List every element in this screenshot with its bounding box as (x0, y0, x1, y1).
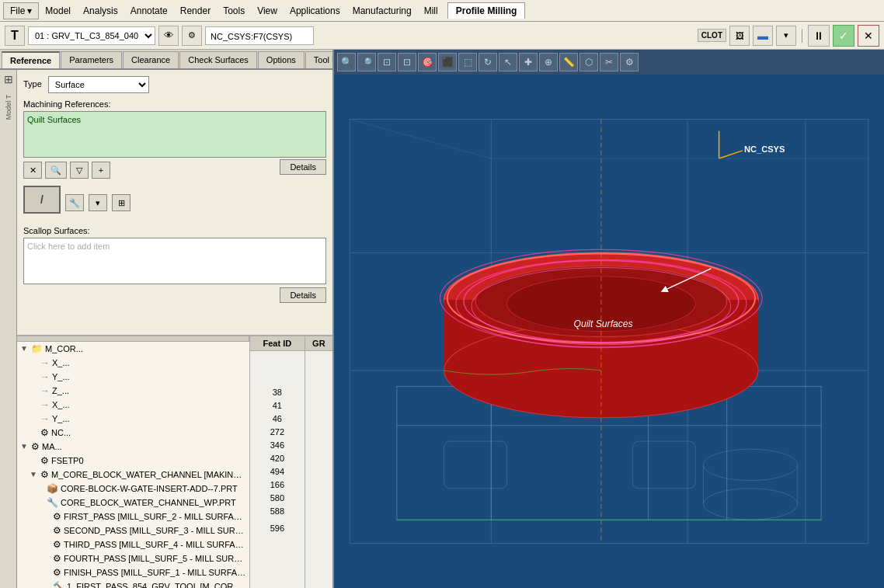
tree-item-y1[interactable]: → Y_... (17, 370, 249, 384)
tree-item-fourth-pass[interactable]: ⚙ FOURTH_PASS [MILL_SURF_5 - MILL SURFAC… (17, 551, 249, 565)
tab-tool-motions[interactable]: Tool Motions (305, 51, 332, 68)
vp-clip-btn[interactable]: ✂ (600, 53, 618, 71)
tree-item-y2[interactable]: → Y_... (17, 412, 249, 426)
vp-view1-btn[interactable]: ⬛ (438, 53, 457, 71)
main-toolbar: T 01 : GRV_TL_C3_854_040 👁 ⚙ NC_CSYS:F7(… (0, 22, 884, 50)
quilt-scene-label: Quilt Surfaces (573, 318, 632, 329)
vp-fit-btn[interactable]: ⊡ (378, 53, 396, 71)
vp-select2-btn[interactable]: ✚ (519, 53, 538, 71)
csys-text: NC_CSYS:F7(CSYS) (205, 26, 314, 45)
accept-button[interactable]: ✓ (833, 25, 854, 47)
vp-axes-btn[interactable]: ⊕ (539, 53, 558, 71)
scallop-box[interactable]: Click here to add item (23, 238, 326, 284)
filter-ref-btn[interactable]: ▽ (70, 162, 89, 179)
gr-row (305, 449, 332, 465)
tree-item-z1[interactable]: → Z_... (17, 384, 249, 398)
tab-clearance[interactable]: Clearance (123, 51, 179, 68)
feat-id-row-41: 41 (250, 399, 305, 412)
tab-options[interactable]: Options (258, 51, 305, 68)
display-btn[interactable]: ▬ (753, 26, 773, 46)
tree-item-m-core[interactable]: ▼ 📁 M_COR... (17, 342, 249, 356)
render-menu[interactable]: Render (174, 2, 217, 19)
vp-view2-btn[interactable]: ⬚ (458, 53, 477, 71)
tree-item-water-channel[interactable]: ▼ ⚙ M_CORE_BLOCK_WATER_CHANNEL [MAKINOPS… (17, 468, 249, 482)
vp-measure-btn[interactable]: 📏 (559, 53, 578, 71)
pause-button[interactable]: ⏸ (808, 25, 830, 47)
viewport[interactable]: 🔍 🔎 ⊡ ⊡ 🎯 ⬛ ⬚ ↻ ↖ ✚ ⊕ 📏 ⬡ ✂ ⚙ (334, 50, 884, 588)
feat-id-row-46: 46 (250, 412, 305, 426)
applications-menu[interactable]: Applications (284, 2, 346, 19)
feat-id-row-420: 420 (250, 452, 305, 465)
drive-icon-btn[interactable]: / (23, 186, 61, 214)
details-btn-1[interactable]: Details (280, 159, 326, 175)
type-select[interactable]: Surface (48, 76, 149, 93)
tree-item-core-block[interactable]: 📦 CORE-BLOCK-W-GATE-INSERT-ADD--7.PRT (17, 482, 249, 496)
vp-zoom-in-btn[interactable]: 🔍 (337, 53, 356, 71)
tree-panel: ▼ 📁 M_COR... → X_... → Y_... (17, 336, 250, 589)
tree-item-x2[interactable]: → X_... (17, 398, 249, 412)
tool-letter: T (11, 29, 19, 43)
details-btn-2[interactable]: Details (280, 287, 326, 303)
mill-menu[interactable]: Mill (418, 2, 444, 19)
left-sidebar: ⊞ Model T (0, 70, 17, 588)
operation-select[interactable]: 01 : GRV_TL_C3_854_040 (28, 26, 155, 45)
eyes-icon-btn[interactable]: 👁 (158, 26, 179, 46)
tree-item-ma[interactable]: ▼ ⚙ MA... (17, 440, 249, 454)
vp-spin-btn[interactable]: ↻ (479, 53, 497, 71)
remove-ref-btn[interactable]: ✕ (23, 162, 42, 179)
add-ref-btn[interactable]: + (92, 162, 110, 179)
settings-icon-btn[interactable]: ⚙ (182, 26, 202, 46)
tree-item-second-pass[interactable]: ⚙ SECOND_PASS [MILL_SURF_3 - MILL SURFAC… (17, 524, 249, 538)
gr-header: GR (305, 336, 332, 351)
tabs-row: Reference Parameters Clearance Check Sur… (0, 50, 332, 70)
tree-item-core-wp[interactable]: 🔧 CORE_BLOCK_WATER_CHANNEL_WP.PRT (17, 496, 249, 510)
tree-item-third-pass[interactable]: ⚙ THIRD_PASS [MILL_SURF_4 - MILL SURFACE… (17, 538, 249, 551)
search-ref-btn[interactable]: 🔍 (45, 162, 67, 179)
model-menu[interactable]: Model (39, 2, 77, 19)
vp-orient-btn[interactable]: 🎯 (418, 53, 437, 71)
gr-row (305, 563, 332, 579)
sidebar-grid-icon[interactable]: ⊞ (4, 73, 13, 85)
render-mode-btn[interactable]: 🖼 (729, 26, 750, 46)
tree-item-nc[interactable]: ⚙ NC... (17, 426, 249, 440)
tree-item-x1[interactable]: → X_... (17, 356, 249, 370)
file-menu-arrow: ▾ (27, 5, 32, 16)
expand-icon-ma[interactable]: ▼ (20, 442, 31, 451)
view-menu[interactable]: View (251, 2, 284, 19)
gr-row (305, 579, 332, 589)
feat-id-row-580: 580 (250, 492, 305, 505)
file-menu[interactable]: File ▾ (3, 2, 39, 19)
vp-refit-btn[interactable]: ⊡ (398, 53, 416, 71)
cancel-button[interactable]: ✕ (858, 25, 879, 47)
tool-dropdown-btn[interactable]: ▾ (89, 194, 107, 211)
expand-icon[interactable]: ▼ (20, 344, 31, 353)
gr-panel: GR (305, 336, 332, 589)
profile-milling-tab[interactable]: Profile Milling (447, 2, 526, 19)
expand-water[interactable]: ▼ (30, 470, 40, 478)
display-options-btn[interactable]: ▾ (776, 26, 796, 46)
scene-svg: NC_CSYS Quilt Surfaces (334, 75, 884, 588)
analysis-menu[interactable]: Analysis (77, 2, 124, 19)
clot-label: CLOT (701, 31, 722, 40)
model-tree-label[interactable]: Model T (5, 95, 12, 120)
grid-view-btn[interactable]: ⊞ (112, 194, 131, 211)
annotate-menu[interactable]: Annotate (124, 2, 174, 19)
tools-menu[interactable]: Tools (217, 2, 251, 19)
tool-icon-btn: T (5, 26, 25, 46)
tree-item-fsetp[interactable]: ⚙ FSETP0 (17, 454, 249, 468)
vp-zoom-out-btn[interactable]: 🔎 (357, 53, 376, 71)
gr-row (305, 465, 332, 482)
vp-select1-btn[interactable]: ↖ (499, 53, 517, 71)
manufacturing-menu[interactable]: Manufacturing (346, 2, 418, 19)
tree-item-finish-pass[interactable]: ⚙ FINISH_PASS [MILL_SURF_1 - MILL SURFAC… (17, 565, 249, 579)
vp-section-btn[interactable]: ⬡ (579, 53, 598, 71)
tab-reference[interactable]: Reference (2, 51, 60, 68)
tab-parameters[interactable]: Parameters (61, 51, 122, 68)
gr-row (305, 384, 332, 400)
tool-select-btn[interactable]: 🔧 (65, 194, 84, 211)
tree-item-first-pass-tool[interactable]: 🔨 1. FIRST_PASS_854_GRV_TOOL [M_CORE_BLO… (17, 579, 249, 589)
tree-item-first-pass[interactable]: ⚙ FIRST_PASS [MILL_SURF_2 - MILL SURFACE… (17, 510, 249, 524)
tab-check-surfaces[interactable]: Check Surfaces (179, 51, 257, 68)
feat-id-row-596: 596 (250, 522, 305, 535)
vp-extra-btn[interactable]: ⚙ (620, 53, 639, 71)
